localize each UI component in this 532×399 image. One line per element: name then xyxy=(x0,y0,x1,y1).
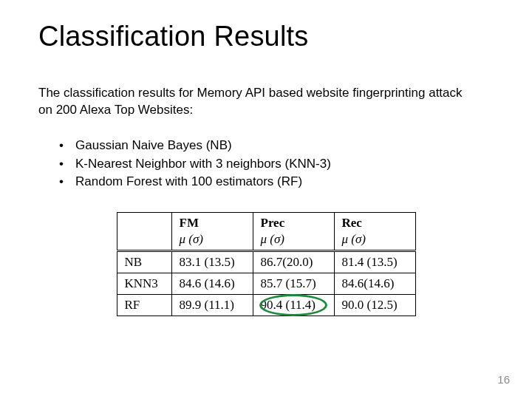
row-header: NB xyxy=(117,250,171,273)
col-subheader: μ (σ) xyxy=(171,232,253,251)
col-header-fm: FM xyxy=(171,212,253,232)
cell-prec-highlighted: 90.4 (11.4) xyxy=(253,294,334,316)
col-header-prec: Prec xyxy=(253,212,334,232)
cell-fm: 84.6 (14.6) xyxy=(171,273,253,294)
page-number: 16 xyxy=(497,373,510,386)
cell-prec: 86.7(20.0) xyxy=(253,250,334,273)
cell-prec: 85.7 (15.7) xyxy=(253,273,334,294)
cell-rec: 84.6(14.6) xyxy=(334,273,415,294)
slide: Classification Results The classificatio… xyxy=(0,0,532,399)
table-corner xyxy=(117,212,171,232)
cell-rec: 90.0 (12.5) xyxy=(334,294,415,316)
cell-rec: 81.4 (13.5) xyxy=(334,250,415,273)
classifier-list: Gaussian Naive Bayes (NB) K-Nearest Neig… xyxy=(59,137,494,191)
row-header: KNN3 xyxy=(117,273,171,294)
list-item: Random Forest with 100 estimators (RF) xyxy=(59,173,494,191)
results-table: FM Prec Rec μ (σ) μ (σ) μ (σ) NB 83.1 (1… xyxy=(117,212,416,316)
table-row: RF 89.9 (11.1) 90.4 (11.4) 90.0 (12.5) xyxy=(117,294,415,316)
list-item: Gaussian Naive Bayes (NB) xyxy=(59,137,494,155)
col-subheader: μ (σ) xyxy=(253,232,334,251)
table-row: KNN3 84.6 (14.6) 85.7 (15.7) 84.6(14.6) xyxy=(117,273,415,294)
table-row: NB 83.1 (13.5) 86.7(20.0) 81.4 (13.5) xyxy=(117,250,415,273)
table-corner-sub xyxy=(117,232,171,251)
intro-text: The classification results for Memory AP… xyxy=(38,85,474,119)
page-title: Classification Results xyxy=(38,21,494,52)
cell-fm: 89.9 (11.1) xyxy=(171,294,253,316)
list-item: K-Nearest Neighbor with 3 neighbors (KNN… xyxy=(59,155,494,174)
cell-fm: 83.1 (13.5) xyxy=(171,250,253,273)
col-subheader: μ (σ) xyxy=(334,232,415,251)
row-header: RF xyxy=(117,294,171,316)
col-header-rec: Rec xyxy=(334,212,415,232)
results-table-wrap: FM Prec Rec μ (σ) μ (σ) μ (σ) NB 83.1 (1… xyxy=(38,212,494,316)
